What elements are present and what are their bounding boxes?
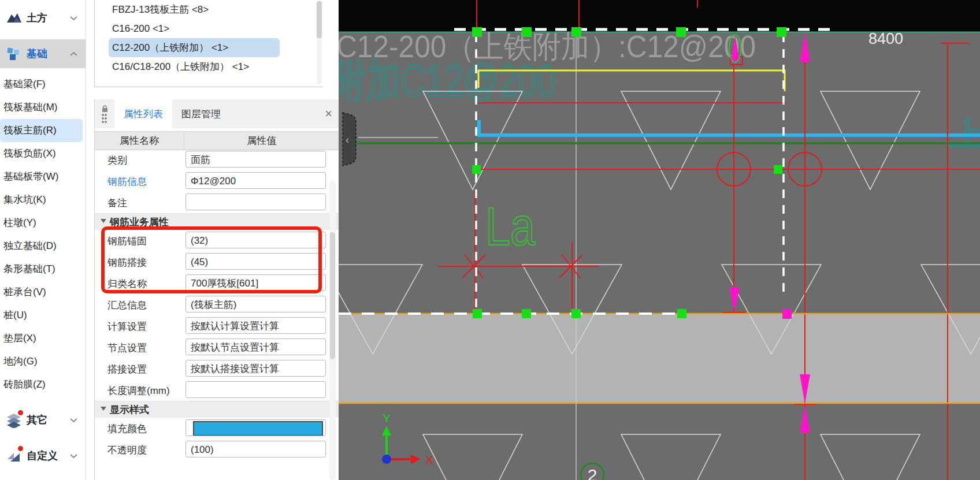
chevron-down-icon	[70, 415, 77, 425]
column-header-value: 属性值	[184, 132, 339, 150]
property-row: 填充颜色	[95, 418, 339, 439]
magenta-grip[interactable]	[782, 310, 792, 319]
sidebar-item[interactable]: 基础板带(W)	[0, 165, 86, 188]
property-value-field[interactable]	[185, 381, 326, 398]
rebar-list-item[interactable]: C12-200（上铁附加） <1>	[109, 38, 280, 57]
property-row: 备注	[95, 192, 339, 213]
property-row: 归类名称700厚筏板[601]	[95, 273, 339, 294]
property-row: 钢筋搭接(45)	[95, 251, 339, 273]
panel-collapse-flap[interactable]: ‹	[343, 113, 356, 166]
property-name: 归类名称	[107, 277, 147, 291]
properties-tabbar: 属性列表 图层管理 ×	[95, 99, 339, 128]
properties-table-header: 属性名称 属性值	[95, 131, 339, 150]
foundation-cubes-icon	[6, 46, 22, 62]
layers-icon	[6, 412, 22, 428]
property-row: 搭接设置按默认搭接设置计算	[95, 358, 339, 379]
property-value-field[interactable]: 按默认计算设置计算	[185, 317, 326, 334]
property-value-field[interactable]: (100)	[185, 441, 326, 457]
column-header-name: 属性名称	[95, 132, 184, 150]
slab-light-band	[339, 314, 980, 403]
sidebar-item[interactable]: 桩承台(V)	[0, 281, 86, 304]
ghost-outline-text: 附加C12@200	[339, 55, 556, 106]
anchor-length-text: La	[485, 197, 536, 256]
sidebar-item[interactable]: 地沟(G)	[0, 350, 86, 373]
property-value-field[interactable]: (筏板主筋)	[185, 296, 326, 312]
property-row: 钢筋信息Φ12@200	[95, 170, 339, 192]
rebar-list-item[interactable]: C16/C18-200（上铁附加） <1>	[112, 57, 323, 76]
notification-dot	[18, 410, 23, 415]
rebar-list-scrollbar[interactable]	[317, 1, 322, 84]
dimension-text: 8400	[868, 30, 903, 47]
fill-color-swatch[interactable]	[193, 421, 323, 436]
custom-shapes-icon	[6, 448, 22, 464]
property-name: 节点设置	[107, 341, 147, 355]
sidebar-item[interactable]: 筏板主筋(R)	[0, 119, 83, 142]
drag-handle-icon[interactable]	[102, 114, 107, 123]
properties-scrollbar[interactable]	[329, 180, 336, 480]
sidebar-group-foundation[interactable]: 基础	[0, 39, 86, 68]
property-value-field[interactable]: 面筋	[185, 151, 326, 168]
rebar-list-item[interactable]: FBZJ-13筏板主筋 <8>	[112, 0, 323, 19]
sidebar-item[interactable]: 筏板负筋(X)	[0, 142, 86, 165]
property-name: 类别	[107, 154, 127, 167]
sidebar-group-label: 基础	[27, 47, 47, 61]
property-section-header[interactable]: 钢筋业务属性	[95, 213, 339, 230]
sidebar-item[interactable]: 筏板基础(M)	[0, 96, 86, 119]
collapse-triangle-icon	[101, 407, 106, 411]
sidebar-group-label: 土方	[27, 11, 47, 25]
tab-layer-manager[interactable]: 图层管理	[172, 99, 230, 128]
sidebar-group-earthwork[interactable]: 土方	[0, 3, 86, 32]
property-value-field[interactable]	[185, 194, 326, 210]
module-sidebar: 土方 基础 基础梁(F)筏板基础(M)筏板主筋(R)筏板负筋(X)基础板带(W)…	[0, 0, 86, 480]
notification-dot	[18, 446, 23, 451]
sidebar-group-label: 自定义	[27, 449, 58, 463]
cad-viewport[interactable]: C12-200（上铁附加）:C12@200 附加C12@200 8400 上铁	[339, 0, 980, 480]
sidebar-group-others[interactable]: 其它	[0, 404, 86, 436]
axis-x-label: X	[425, 453, 433, 466]
property-row: 计算设置按默认计算设置计算	[95, 315, 339, 337]
axis-y-label: Y	[383, 411, 391, 425]
chevron-down-icon	[70, 13, 77, 23]
sidebar-group-custom[interactable]: 自定义	[0, 440, 86, 471]
property-row: 钢筋锚固(32)	[95, 230, 339, 251]
sidebar-item[interactable]: 独立基础(D)	[0, 235, 86, 258]
terrain-icon	[6, 10, 22, 26]
collapse-triangle-icon	[101, 219, 106, 223]
property-name: 汇总信息	[107, 299, 147, 312]
property-name: 钢筋搭接	[107, 256, 147, 269]
property-section-header[interactable]: 显示样式	[95, 401, 339, 418]
property-value-field[interactable]: (32)	[185, 232, 326, 248]
property-value-field[interactable]: Φ12@200	[185, 172, 326, 189]
property-name[interactable]: 钢筋信息	[107, 175, 147, 188]
property-value-field[interactable]: (45)	[185, 253, 326, 270]
property-name: 搭接设置	[107, 363, 147, 376]
property-value-field[interactable]: 按默认搭接设置计算	[185, 360, 326, 377]
property-name: 长度调整(mm)	[107, 384, 170, 397]
property-name: 备注	[107, 196, 127, 210]
sidebar-item[interactable]: 柱墩(Y)	[0, 211, 86, 235]
property-row: 长度调整(mm)	[95, 379, 339, 401]
property-value-field[interactable]	[185, 419, 326, 436]
rebar-list-item[interactable]: C16-200 <1>	[112, 19, 323, 38]
sidebar-item-list: 基础梁(F)筏板基础(M)筏板主筋(R)筏板负筋(X)基础板带(W)集水坑(K)…	[0, 68, 86, 396]
property-value-field[interactable]: 按默认节点设置计算	[185, 338, 326, 355]
section-label: 钢筋业务属性	[110, 215, 169, 229]
grid-bubble-label: 2	[588, 466, 597, 480]
sidebar-item[interactable]: 桩(U)	[0, 304, 86, 327]
close-icon[interactable]: ×	[325, 107, 332, 120]
property-name: 不透明度	[107, 444, 147, 457]
sidebar-item[interactable]: 砖胎膜(Z)	[0, 373, 86, 396]
lock-icon[interactable]	[101, 105, 109, 112]
property-row: 汇总信息(筏板主筋)	[95, 294, 339, 315]
property-name: 计算设置	[107, 320, 147, 333]
tab-property-list[interactable]: 属性列表	[114, 99, 172, 128]
property-row: 类别面筋	[95, 149, 339, 170]
sidebar-item[interactable]: 集水坑(K)	[0, 188, 86, 211]
property-name: 钢筋锚固	[107, 235, 147, 248]
sidebar-item[interactable]: 基础梁(F)	[0, 73, 86, 96]
sidebar-item[interactable]: 条形基础(T)	[0, 258, 86, 281]
property-value-field[interactable]: 700厚筏板[601]	[185, 274, 326, 291]
properties-panel: 属性列表 图层管理 × 属性名称 属性值 类别面筋钢筋信息Φ12@200备注钢筋…	[94, 99, 339, 480]
sidebar-group-label: 其它	[27, 413, 47, 427]
sidebar-item[interactable]: 垫层(X)	[0, 327, 86, 350]
